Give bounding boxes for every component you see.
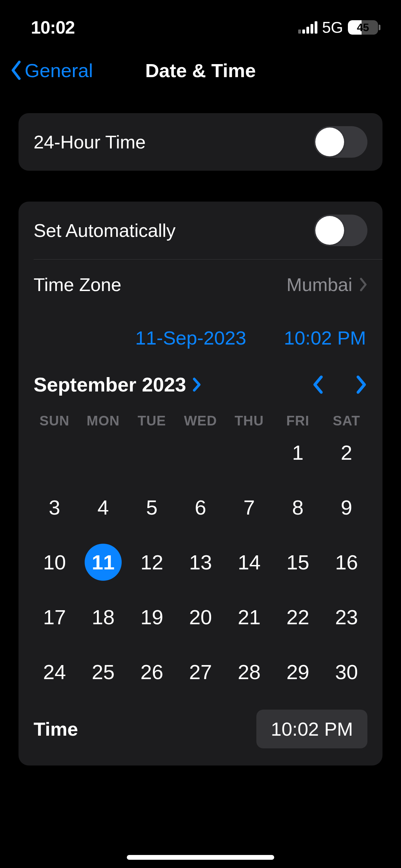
calendar-day-cell: 11	[79, 545, 127, 579]
calendar-day-cell: 18	[79, 600, 127, 634]
next-month-button[interactable]	[355, 375, 367, 394]
signal-icon	[298, 21, 317, 34]
month-selector[interactable]: September 2023	[34, 373, 201, 396]
chevron-left-icon	[10, 61, 22, 80]
calendar-day-cell: 26	[127, 655, 176, 689]
calendar-day-cell: 9	[322, 490, 371, 525]
calendar-day-cell: 2	[322, 435, 371, 470]
weekday-header: SUNMONTUEWEDTHUFRISAT	[19, 406, 382, 432]
time-label: Time	[34, 718, 78, 740]
calendar-day-cell: 30	[322, 655, 371, 689]
toggle-set-automatically[interactable]	[314, 215, 367, 246]
calendar-day[interactable]: 12	[133, 544, 170, 581]
calendar-day-cell: 8	[274, 490, 322, 525]
status-time: 10:02	[31, 17, 75, 38]
weekday-label: THU	[225, 413, 274, 429]
label-24hour: 24-Hour Time	[34, 131, 146, 153]
calendar-day-cell: 12	[127, 545, 176, 579]
calendar-day[interactable]: 28	[231, 653, 268, 690]
calendar-day[interactable]: 4	[85, 489, 122, 526]
calendar-day-cell: 14	[225, 545, 274, 579]
back-button[interactable]: General	[10, 59, 93, 82]
calendar-day-cell: 7	[225, 490, 274, 525]
calendar-day-cell: 13	[176, 545, 225, 579]
calendar-day-cell: 25	[79, 655, 127, 689]
calendar-day[interactable]: 30	[328, 653, 365, 690]
calendar-day-cell: 22	[274, 600, 322, 634]
calendar-day[interactable]: 11	[85, 544, 122, 581]
calendar-day[interactable]: 6	[182, 489, 219, 526]
toggle-24hour[interactable]	[314, 126, 367, 158]
calendar-day-cell: 6	[176, 490, 225, 525]
chevron-right-icon	[192, 377, 201, 392]
prev-month-button[interactable]	[312, 375, 324, 394]
calendar-day[interactable]: 1	[279, 434, 316, 471]
calendar-day[interactable]: 13	[182, 544, 219, 581]
label-set-automatically: Set Automatically	[34, 220, 175, 241]
calendar-day[interactable]: 5	[133, 489, 170, 526]
calendar-day-cell: 24	[30, 655, 79, 689]
calendar-day-cell: 19	[127, 600, 176, 634]
nav-bar: General Date & Time	[0, 48, 401, 93]
datetime-display: 11-Sep-2023 10:02 PM	[19, 310, 382, 363]
calendar-day[interactable]: 27	[182, 653, 219, 690]
time-row: Time 10:02 PM	[19, 699, 382, 765]
calendar-day-cell: 23	[322, 600, 371, 634]
label-timezone: Time Zone	[34, 274, 121, 295]
calendar-day-cell: 27	[176, 655, 225, 689]
calendar-day[interactable]: 9	[328, 489, 365, 526]
time-picker[interactable]: 10:02 PM	[256, 710, 367, 748]
network-label: 5G	[322, 18, 343, 37]
calendar-day[interactable]: 29	[279, 653, 316, 690]
calendar-day[interactable]: 17	[36, 599, 73, 636]
status-bar: 10:02 5G 45	[0, 0, 401, 48]
calendar-day-cell: 15	[274, 545, 322, 579]
calendar-day[interactable]: 2	[328, 434, 365, 471]
chevron-right-icon	[359, 278, 367, 291]
calendar-day-cell: 21	[225, 600, 274, 634]
status-right: 5G 45	[298, 18, 380, 37]
value-timezone: Mumbai	[287, 274, 367, 295]
calendar-day[interactable]: 26	[133, 653, 170, 690]
weekday-label: SAT	[322, 413, 371, 429]
date-display[interactable]: 11-Sep-2023	[135, 327, 246, 349]
calendar-day[interactable]: 3	[36, 489, 73, 526]
calendar-day[interactable]: 23	[328, 599, 365, 636]
calendar-day[interactable]: 14	[231, 544, 268, 581]
calendar-day-cell: 3	[30, 490, 79, 525]
calendar-day[interactable]: 7	[231, 489, 268, 526]
calendar-day-cell: 16	[322, 545, 371, 579]
calendar-day-cell: 28	[225, 655, 274, 689]
calendar-day-cell: 5	[127, 490, 176, 525]
calendar-day-cell: 20	[176, 600, 225, 634]
calendar-day[interactable]: 25	[85, 653, 122, 690]
weekday-label: MON	[79, 413, 127, 429]
calendar-day-cell: 17	[30, 600, 79, 634]
calendar-day[interactable]: 16	[328, 544, 365, 581]
calendar-day[interactable]: 24	[36, 653, 73, 690]
calendar-day[interactable]: 15	[279, 544, 316, 581]
calendar-day[interactable]: 21	[231, 599, 268, 636]
calendar-day[interactable]: 20	[182, 599, 219, 636]
row-timezone[interactable]: Time Zone Mumbai	[19, 260, 382, 310]
month-navigation: September 2023	[19, 363, 382, 406]
calendar-grid: 1234567891011121314151617181920212223242…	[19, 432, 382, 699]
weekday-label: TUE	[127, 413, 176, 429]
calendar-day-cell: 4	[79, 490, 127, 525]
weekday-label: SUN	[30, 413, 79, 429]
row-set-automatically: Set Automatically	[19, 202, 382, 259]
group-main: Set Automatically Time Zone Mumbai 11-Se…	[19, 202, 382, 765]
back-label: General	[25, 59, 93, 82]
time-display[interactable]: 10:02 PM	[284, 327, 366, 349]
calendar-day-cell: 29	[274, 655, 322, 689]
calendar-day[interactable]: 8	[279, 489, 316, 526]
calendar-day-cell: 1	[274, 435, 322, 470]
weekday-label: FRI	[274, 413, 322, 429]
home-indicator[interactable]	[127, 855, 274, 860]
calendar-day[interactable]: 18	[85, 599, 122, 636]
calendar-day[interactable]: 10	[36, 544, 73, 581]
calendar-day[interactable]: 22	[279, 599, 316, 636]
calendar-day-cell: 10	[30, 545, 79, 579]
calendar-day[interactable]: 19	[133, 599, 170, 636]
weekday-label: WED	[176, 413, 225, 429]
